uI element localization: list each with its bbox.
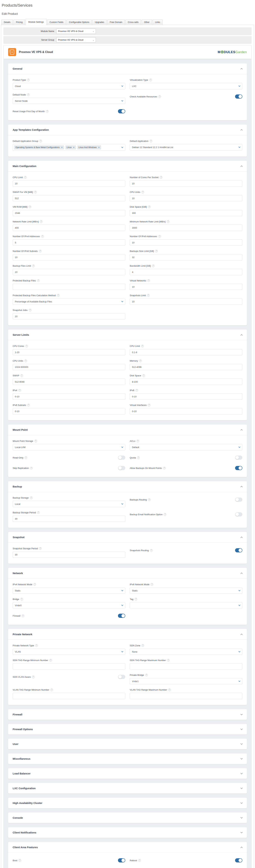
ipv6-subnets-input[interactable] bbox=[13, 408, 125, 414]
number-of-ipv6-subnets-input[interactable] bbox=[13, 254, 125, 260]
section-header[interactable]: Console bbox=[8, 812, 247, 823]
tab-upgrades[interactable]: Upgrades bbox=[92, 20, 107, 25]
quota-toggle[interactable] bbox=[235, 456, 242, 460]
swap-input[interactable] bbox=[13, 379, 125, 385]
bridge-select[interactable]: Vmbr0 bbox=[13, 602, 125, 609]
tag-remove-icon[interactable]: ✕ bbox=[73, 146, 74, 149]
section-header[interactable]: User bbox=[8, 739, 247, 749]
section-header[interactable]: Network bbox=[8, 568, 247, 579]
tab-module-settings[interactable]: Module Settings bbox=[26, 19, 46, 25]
ipv6-network-mode-select[interactable]: Static bbox=[130, 587, 242, 594]
number-of-cores-per-socket-input[interactable] bbox=[130, 180, 242, 187]
cpu-units-input[interactable] bbox=[13, 364, 125, 370]
ipv4-network-mode-select[interactable]: Static bbox=[13, 587, 125, 594]
cpu-limit-input[interactable] bbox=[130, 349, 242, 355]
section-header[interactable]: General bbox=[8, 63, 247, 74]
section-header[interactable]: Client Area Features bbox=[8, 842, 247, 853]
acls-select[interactable]: Default bbox=[130, 444, 242, 450]
virtual-networks-input[interactable] bbox=[130, 284, 242, 290]
number-of-ipv4-addresses-input[interactable] bbox=[13, 239, 125, 246]
protected-backup-files-input[interactable] bbox=[13, 284, 125, 290]
tab-other[interactable]: Other bbox=[142, 20, 152, 25]
backup-files-limit-input[interactable] bbox=[13, 269, 125, 275]
ipv4-input[interactable] bbox=[13, 393, 125, 400]
section-header[interactable]: Miscellaneous bbox=[8, 753, 247, 764]
protected-backup-files-calculation-method-select[interactable]: Percentage of Available Backup Files bbox=[13, 299, 125, 305]
tab-configurable-options[interactable]: Configurable Options bbox=[67, 20, 92, 25]
private-bridge-select[interactable]: Vmbr1 bbox=[130, 678, 242, 684]
vlan-tag-range-minimum-number-input[interactable] bbox=[13, 693, 125, 699]
section-header[interactable]: Backup bbox=[8, 481, 247, 492]
sdn-vlan-aware-toggle[interactable] bbox=[118, 675, 125, 679]
tab-custom-fields[interactable]: Custom Fields bbox=[47, 20, 66, 25]
private-network-type-select[interactable]: VLAN bbox=[13, 649, 125, 655]
snapshots-routing-toggle[interactable] bbox=[235, 548, 242, 552]
tab-cross-sells[interactable]: Cross-sells bbox=[125, 20, 141, 25]
module-name-select[interactable]: Proxmox VE VPS & Cloud⌄ bbox=[56, 29, 96, 34]
field-number-of-ipv6-addresses: Number Of IPv6 Addresses? bbox=[130, 235, 242, 246]
section-header[interactable]: Main Configuration bbox=[8, 161, 247, 172]
skip-replication-toggle[interactable] bbox=[118, 466, 125, 470]
network-rate-limit-mb-s-input[interactable] bbox=[13, 225, 125, 231]
vlan-tag-range-maximum-number-input[interactable] bbox=[130, 693, 242, 699]
snapshot-storage-period-input[interactable] bbox=[13, 552, 125, 558]
section-header[interactable]: LXC Configuration bbox=[8, 783, 247, 794]
bandwidth-limit-gb-input[interactable] bbox=[130, 269, 242, 275]
tab-details[interactable]: Details bbox=[1, 20, 13, 25]
section-header[interactable]: Load Balancer bbox=[8, 768, 247, 779]
minimum-network-rate-limit-mb-s-input[interactable] bbox=[130, 225, 242, 231]
reboot-toggle[interactable] bbox=[235, 858, 242, 863]
backups-routing-toggle[interactable] bbox=[235, 498, 242, 502]
section-header[interactable]: Firewall Options bbox=[8, 724, 247, 735]
disk-space-gib-input[interactable] bbox=[130, 210, 242, 216]
section-header[interactable]: Private Network bbox=[8, 629, 247, 640]
tag-remove-icon[interactable]: ✕ bbox=[98, 146, 100, 149]
default-node-select[interactable]: Server-Node bbox=[13, 98, 125, 104]
sdn-tag-range-minimum-number-input[interactable] bbox=[13, 663, 125, 670]
tab-links[interactable]: Links bbox=[153, 20, 162, 25]
read-only-toggle[interactable] bbox=[118, 456, 125, 460]
tag-select[interactable] bbox=[130, 602, 242, 609]
product-type-select[interactable]: Cloud bbox=[13, 83, 125, 89]
tag-remove-icon[interactable]: ✕ bbox=[61, 146, 63, 149]
section-header[interactable]: App Templates Configuration bbox=[8, 124, 247, 135]
backup-email-notification-option-toggle[interactable] bbox=[235, 512, 242, 517]
backups-size-limit-gb-input[interactable] bbox=[130, 254, 242, 260]
section-header[interactable]: Server Limits bbox=[8, 330, 247, 340]
vm-ram-mib-input[interactable] bbox=[13, 210, 125, 216]
sdn-tag-range-maximum-number-input[interactable] bbox=[130, 663, 242, 670]
ipv6-input[interactable] bbox=[130, 393, 242, 400]
firewall-toggle[interactable] bbox=[118, 614, 125, 618]
field-label: Disk Space? bbox=[130, 374, 242, 377]
cpu-limit-input[interactable] bbox=[13, 180, 125, 187]
sdn-zone-select[interactable]: None bbox=[130, 649, 242, 655]
default-application-group-multiselect[interactable]: Operating Systems & Bare Metal Configura… bbox=[13, 144, 125, 151]
allow-backups-on-mount-points-toggle[interactable] bbox=[235, 466, 242, 470]
section-header[interactable]: Firewall bbox=[8, 709, 247, 720]
section-header[interactable]: Mount Point bbox=[8, 425, 247, 435]
backup-storage-select[interactable]: Local bbox=[13, 501, 125, 507]
section-header[interactable]: Snapshot bbox=[8, 532, 247, 543]
tab-free-domain[interactable]: Free Domain bbox=[107, 20, 125, 25]
swap-for-vm-mib-input[interactable] bbox=[13, 195, 125, 202]
reset-usage-first-day-of-month-toggle[interactable] bbox=[118, 109, 125, 113]
cpu-cores-input[interactable] bbox=[13, 349, 125, 355]
memory-input[interactable] bbox=[130, 364, 242, 370]
section-header[interactable]: Client Notifications bbox=[8, 827, 247, 838]
snapshots-limit-input[interactable] bbox=[130, 299, 242, 305]
backup-storage-period-input[interactable] bbox=[13, 516, 125, 522]
cpu-units-input[interactable] bbox=[130, 195, 242, 202]
boot-toggle[interactable] bbox=[118, 858, 125, 863]
server-group-select[interactable]: Proxmox VE VPS & Cloud⌄ bbox=[56, 37, 96, 42]
check-available-resources-toggle[interactable] bbox=[235, 94, 242, 99]
section-header[interactable]: High Availability Cluster bbox=[8, 798, 247, 808]
number-of-ipv6-addresses-input[interactable] bbox=[130, 239, 242, 246]
default-application-select[interactable]: Debian 12 Standard 12.2 1 Amd64.tar.zst bbox=[130, 144, 242, 150]
virtual-interfaces-input[interactable] bbox=[130, 408, 242, 414]
field-label: Number of Cores Per Socket? bbox=[130, 176, 242, 179]
tab-pricing[interactable]: Pricing bbox=[13, 20, 25, 25]
disk-space-input[interactable] bbox=[130, 379, 242, 385]
mount-point-storage-select[interactable]: Local-LVM bbox=[13, 444, 125, 450]
virtualization-type-select[interactable]: LXC bbox=[130, 83, 242, 89]
snapshot-jobs-input[interactable] bbox=[13, 313, 125, 319]
